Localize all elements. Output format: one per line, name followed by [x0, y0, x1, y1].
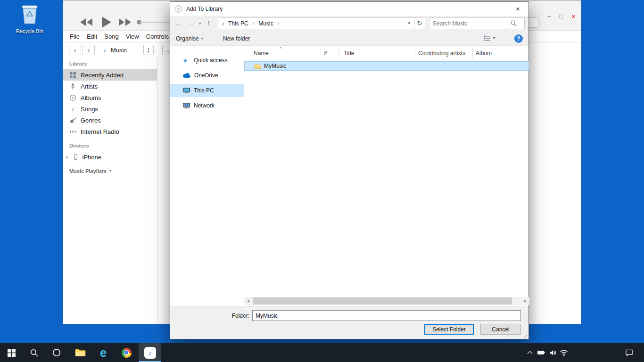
file-name: MyMusic — [264, 63, 286, 69]
play-button[interactable] — [102, 16, 111, 28]
menu-file[interactable]: File — [70, 33, 80, 40]
scrollbar-thumb[interactable] — [253, 297, 512, 304]
sidebar-item-albums[interactable]: Albums — [63, 92, 157, 103]
chevron-up-icon — [527, 350, 533, 355]
file-row-mymusic[interactable]: MyMusic — [244, 61, 529, 71]
scroll-left-button[interactable]: ◄ — [244, 297, 252, 305]
itunes-taskbar-button[interactable]: ♪ — [139, 343, 161, 362]
menu-edit[interactable]: Edit — [87, 33, 97, 40]
guitar-icon — [69, 117, 76, 124]
tray-network-button[interactable] — [558, 343, 570, 362]
menu-song[interactable]: Song — [104, 33, 118, 40]
breadcrumb-separator-icon[interactable]: › — [250, 21, 257, 26]
dialog-title-bar: ♪ Add To Library — [170, 2, 528, 16]
nav-item-network[interactable]: Network — [170, 99, 244, 112]
music-playlists-header[interactable]: Music Playlists — [69, 168, 107, 174]
nav-forward-button[interactable]: → — [187, 20, 194, 27]
internet-explorer-button[interactable]: e — [92, 343, 115, 362]
network-icon — [182, 102, 190, 109]
sort-ascending-icon[interactable]: ^ — [280, 47, 281, 51]
recycle-bin-desktop-icon[interactable]: Recycle Bin — [10, 3, 49, 34]
address-bar[interactable]: ♪ This PC › Music › ▾ — [218, 17, 414, 29]
media-picker-spinner[interactable]: ▴ ▾ — [143, 45, 154, 55]
close-button[interactable]: × — [568, 11, 579, 21]
resize-grip[interactable] — [523, 333, 528, 338]
rewind-button[interactable] — [80, 18, 92, 26]
new-folder-button[interactable]: New folder — [223, 35, 250, 42]
chevron-down-icon: ▾ — [201, 37, 203, 41]
media-picker-label[interactable]: Music — [111, 47, 127, 54]
content-footer-divider — [170, 306, 528, 306]
address-dropdown-icon[interactable]: ▾ — [408, 21, 414, 25]
minimize-button[interactable]: – — [543, 11, 555, 21]
dialog-close-button[interactable]: × — [507, 2, 528, 16]
recycle-bin-icon — [19, 3, 40, 25]
nav-history-dropdown[interactable]: ▾ — [199, 22, 201, 26]
tray-volume-button[interactable] — [547, 343, 558, 362]
start-button[interactable] — [0, 343, 23, 362]
menu-controls[interactable]: Controls — [146, 33, 169, 40]
sidebar-item-artists[interactable]: Artists — [63, 81, 157, 92]
search-input[interactable] — [429, 20, 511, 27]
nav-item-this-pc[interactable]: This PC — [170, 84, 244, 97]
column-header-title[interactable]: Title — [339, 48, 415, 58]
itunes-back-button[interactable]: ‹ — [69, 45, 81, 55]
radio-waves-icon — [69, 128, 76, 135]
volume-slider[interactable] — [140, 22, 170, 23]
cortana-button[interactable] — [45, 343, 68, 362]
fast-forward-button[interactable] — [119, 18, 131, 26]
breadcrumb-separator-icon[interactable]: › — [275, 21, 282, 26]
taskbar-search-button[interactable] — [23, 343, 45, 362]
tray-battery-button[interactable] — [536, 343, 547, 362]
refresh-button[interactable]: ↻ — [414, 17, 425, 29]
tray-show-hidden-icons-button[interactable] — [524, 343, 536, 362]
select-folder-button[interactable]: Select Folder — [424, 324, 474, 335]
file-explorer-icon — [75, 348, 86, 357]
column-header-album[interactable]: Album — [473, 48, 528, 58]
sidebar-item-recently-added[interactable]: Recently Added — [63, 69, 157, 81]
horizontal-scrollbar[interactable]: ◄ ► — [244, 297, 529, 305]
help-button[interactable]: ? — [514, 34, 523, 43]
nav-back-button[interactable]: ← — [175, 20, 182, 27]
column-header-contributing-artists[interactable]: Contributing artists — [415, 48, 473, 58]
nav-up-button[interactable]: ↑ — [207, 19, 210, 26]
add-to-library-dialog: ♪ Add To Library × ← → ▾ ↑ ♪ This PC › M… — [170, 1, 529, 339]
column-header-name[interactable]: Name — [244, 48, 321, 58]
cancel-button[interactable]: Cancel — [480, 324, 521, 335]
action-center-button[interactable] — [620, 343, 637, 362]
menu-view[interactable]: View — [126, 33, 139, 40]
taskbar: e ♪ — [0, 343, 644, 362]
search-box[interactable] — [429, 17, 525, 29]
file-explorer-button[interactable] — [69, 343, 91, 362]
media-picker-note-icon: ♪ — [103, 47, 107, 53]
sidebar-divider — [157, 58, 158, 324]
nav-item-onedrive[interactable]: OneDrive — [170, 69, 244, 82]
search-icon — [30, 349, 38, 357]
organise-button[interactable]: Organise ▾ — [176, 35, 203, 42]
folder-name-input[interactable] — [252, 310, 521, 321]
column-header-number[interactable]: # — [321, 48, 339, 58]
grid-icon — [69, 72, 76, 79]
sidebar-item-genres[interactable]: Genres — [63, 115, 157, 126]
expander-icon[interactable]: ▸ — [66, 155, 69, 159]
search-icon[interactable] — [511, 20, 517, 26]
sidebar-item-songs[interactable]: ♪ Songs — [63, 103, 157, 115]
sidebar-item-internet-radio[interactable]: Internet Radio — [63, 126, 157, 137]
breadcrumb-this-pc[interactable]: This PC — [226, 20, 250, 27]
speaker-icon — [549, 349, 557, 357]
breadcrumb-music[interactable]: Music — [256, 20, 275, 27]
chevron-down-icon[interactable]: ▾ — [109, 169, 111, 173]
this-pc-icon — [182, 87, 190, 94]
wifi-icon — [560, 349, 568, 356]
battery-icon — [537, 349, 545, 356]
onedrive-cloud-icon — [182, 73, 191, 78]
chrome-button[interactable] — [115, 343, 138, 362]
view-mode-button[interactable]: ▾ — [483, 35, 495, 41]
nav-item-quick-access[interactable]: ★ Quick access — [170, 54, 244, 67]
scroll-right-button[interactable]: ► — [521, 297, 529, 305]
itunes-forward-button[interactable]: › — [83, 45, 95, 55]
folder-icon — [254, 63, 261, 69]
sidebar-item-iphone[interactable]: ▸ iPhone — [63, 151, 157, 163]
chevron-down-icon: ▾ — [493, 36, 495, 40]
maximize-button[interactable]: □ — [555, 11, 567, 21]
